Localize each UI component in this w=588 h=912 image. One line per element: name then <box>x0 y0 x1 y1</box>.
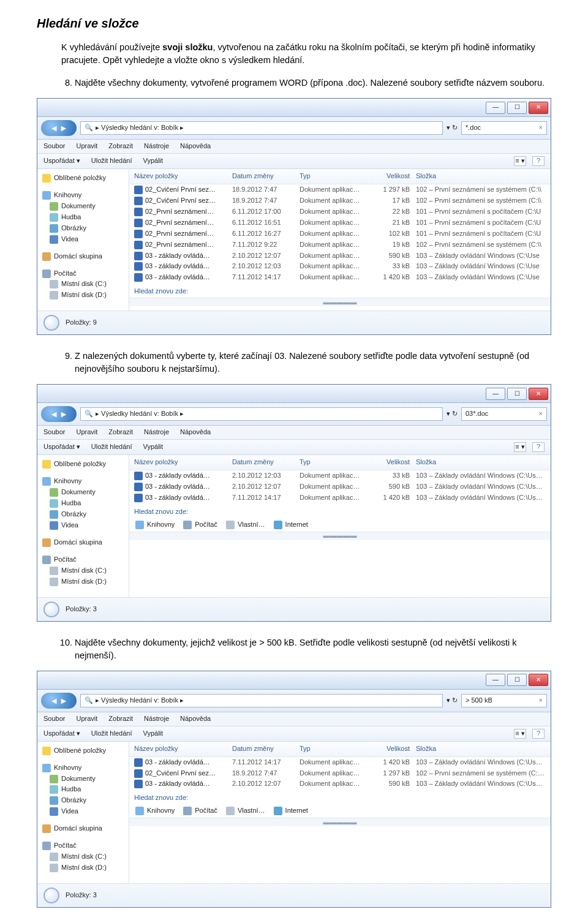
maximize-button[interactable]: ☐ <box>507 388 527 400</box>
column-headers[interactable]: Název položky Datum změny Typ Velikost S… <box>129 455 551 470</box>
minimize-button[interactable]: — <box>486 102 505 114</box>
table-row[interactable]: 02_Cvičení První sez…18.9.2012 7:47Dokum… <box>129 768 551 779</box>
sa-internet[interactable]: Internet <box>274 520 308 530</box>
view-icon[interactable]: ≡ ▾ <box>514 729 526 739</box>
tree-vids[interactable]: Videa <box>41 234 126 245</box>
tree-vids[interactable]: Videa <box>41 806 126 817</box>
close-button[interactable]: ✕ <box>529 674 548 686</box>
col-name[interactable]: Název položky <box>134 458 232 467</box>
table-row[interactable]: 02_První seznámení…6.11.2012 16:51Dokume… <box>129 217 551 228</box>
tree-home[interactable]: Domácí skupina <box>41 537 126 548</box>
toolbar-vypalit[interactable]: Vypálit <box>143 729 163 739</box>
tree-pics[interactable]: Obrázky <box>41 795 126 806</box>
tree-lib[interactable]: Knihovny <box>41 763 126 774</box>
toolbar-usporadat[interactable]: Uspořádat ▾ <box>43 729 80 739</box>
col-folder[interactable]: Složka <box>416 458 546 467</box>
tree-pc[interactable]: Počítač <box>41 840 126 851</box>
col-type[interactable]: Typ <box>300 171 373 181</box>
sa-knihovny[interactable]: Knihovny <box>135 520 175 530</box>
table-row[interactable]: 02_Cvičení První sez…18.9.2012 7:47Dokum… <box>129 195 551 206</box>
col-name[interactable]: Název položky <box>134 171 232 181</box>
maximize-button[interactable]: ☐ <box>507 102 527 114</box>
toolbar-usporadat[interactable]: Uspořádat ▾ <box>43 442 80 452</box>
close-button[interactable]: ✕ <box>529 102 548 114</box>
breadcrumb[interactable]: 🔍 ▸ Výsledky hledání v: Bobík ▸ <box>80 694 443 707</box>
tree-diskd[interactable]: Místní disk (D:) <box>41 862 126 873</box>
table-row[interactable]: 03 - základy ovládá…2.10.2012 12:07Dokum… <box>129 481 551 492</box>
nav-back-forward[interactable]: ◄► <box>41 406 77 422</box>
sa-internet[interactable]: Internet <box>274 806 308 816</box>
tree-pc[interactable]: Počítač <box>41 554 126 565</box>
toolbar-vypalit[interactable]: Vypálit <box>143 156 163 166</box>
col-size[interactable]: Velikost <box>373 744 416 754</box>
table-row[interactable]: 02_První seznámení…6.11.2012 17:00Dokume… <box>129 206 551 217</box>
tree-docs[interactable]: Dokumenty <box>41 774 126 785</box>
menu-napoveda[interactable]: Nápověda <box>180 714 211 724</box>
menu-napoveda[interactable]: Nápověda <box>180 141 211 151</box>
menu-soubor[interactable]: Soubor <box>43 428 65 437</box>
tree-pc[interactable]: Počítač <box>41 268 126 279</box>
col-type[interactable]: Typ <box>300 744 373 754</box>
col-size[interactable]: Velikost <box>373 171 416 181</box>
col-date[interactable]: Datum změny <box>232 458 300 467</box>
h-scrollbar[interactable]: ▬▬▬▬▬ <box>129 818 551 826</box>
tree-diskc[interactable]: Místní disk (C:) <box>41 279 126 290</box>
maximize-button[interactable]: ☐ <box>507 674 527 686</box>
tree-diskd[interactable]: Místní disk (D:) <box>41 290 126 301</box>
tree-pics[interactable]: Obrázky <box>41 223 126 234</box>
menu-zobrazit[interactable]: Zobrazit <box>108 141 133 151</box>
table-row[interactable]: 03 - základy ovládá…2.10.2012 12:07Dokum… <box>129 251 551 262</box>
sa-vlastni[interactable]: Vlastní… <box>226 520 265 530</box>
tree-diskc[interactable]: Místní disk (C:) <box>41 565 126 576</box>
menu-napoveda[interactable]: Nápověda <box>180 428 211 437</box>
h-scrollbar[interactable]: ▬▬▬▬▬ <box>129 298 551 306</box>
nav-back-forward[interactable]: ◄► <box>41 693 77 709</box>
column-headers[interactable]: Název položky Datum změny Typ Velikost S… <box>129 742 551 757</box>
col-folder[interactable]: Složka <box>416 171 546 181</box>
col-date[interactable]: Datum změny <box>232 744 300 754</box>
tree-diskd[interactable]: Místní disk (D:) <box>41 576 126 587</box>
nav-back-forward[interactable]: ◄► <box>41 120 77 136</box>
toolbar-ulozit[interactable]: Uložit hledání <box>91 729 132 739</box>
table-row[interactable]: 02_První seznámení…7.11.2012 9:22Dokumen… <box>129 239 551 251</box>
search-input[interactable]: 03*.doc × <box>461 407 547 421</box>
col-name[interactable]: Název položky <box>134 744 232 754</box>
help-icon[interactable]: ? <box>532 729 545 739</box>
sa-pocitac[interactable]: Počítač <box>183 806 217 816</box>
toolbar-vypalit[interactable]: Vypálit <box>143 442 163 452</box>
tree-home[interactable]: Domácí skupina <box>41 251 126 262</box>
menu-upravit[interactable]: Upravit <box>76 714 97 724</box>
tree-home[interactable]: Domácí skupina <box>41 823 126 834</box>
sa-pocitac[interactable]: Počítač <box>183 520 217 530</box>
close-button[interactable]: ✕ <box>529 388 548 400</box>
tree-fav[interactable]: Oblíbené položky <box>41 459 126 470</box>
tree-music[interactable]: Hudba <box>41 784 126 795</box>
tree-lib[interactable]: Knihovny <box>41 476 126 487</box>
tree-pics[interactable]: Obrázky <box>41 509 126 520</box>
col-type[interactable]: Typ <box>300 458 373 467</box>
search-clear-icon[interactable]: × <box>539 409 543 419</box>
menu-upravit[interactable]: Upravit <box>76 141 97 151</box>
tree-diskc[interactable]: Místní disk (C:) <box>41 851 126 862</box>
toolbar-ulozit[interactable]: Uložit hledání <box>91 442 132 452</box>
table-row[interactable]: 03 - základy ovládá…7.11.2012 14:17Dokum… <box>129 757 551 768</box>
menu-nastroje[interactable]: Nástroje <box>144 141 169 151</box>
tree-fav[interactable]: Oblíbené položky <box>41 173 126 184</box>
minimize-button[interactable]: — <box>486 674 505 686</box>
menu-soubor[interactable]: Soubor <box>43 714 65 724</box>
menu-zobrazit[interactable]: Zobrazit <box>108 714 133 724</box>
sa-vlastni[interactable]: Vlastní… <box>226 806 265 816</box>
col-folder[interactable]: Složka <box>416 744 546 754</box>
menu-nastroje[interactable]: Nástroje <box>144 714 169 724</box>
refresh-icon[interactable]: ▾ ↻ <box>447 123 458 133</box>
table-row[interactable]: 03 - základy ovládá…7.11.2012 14:17Dokum… <box>129 492 551 503</box>
tree-music[interactable]: Hudba <box>41 498 126 509</box>
tree-docs[interactable]: Dokumenty <box>41 201 126 212</box>
table-row[interactable]: 03 - základy ovládá…7.11.2012 14:17Dokum… <box>129 272 551 283</box>
sa-knihovny[interactable]: Knihovny <box>135 806 175 816</box>
tree-fav[interactable]: Oblíbené položky <box>41 745 126 756</box>
toolbar-usporadat[interactable]: Uspořádat ▾ <box>43 156 80 166</box>
search-input[interactable]: > 500 kB × <box>461 694 547 707</box>
col-date[interactable]: Datum změny <box>232 171 300 181</box>
refresh-icon[interactable]: ▾ ↻ <box>447 696 458 706</box>
